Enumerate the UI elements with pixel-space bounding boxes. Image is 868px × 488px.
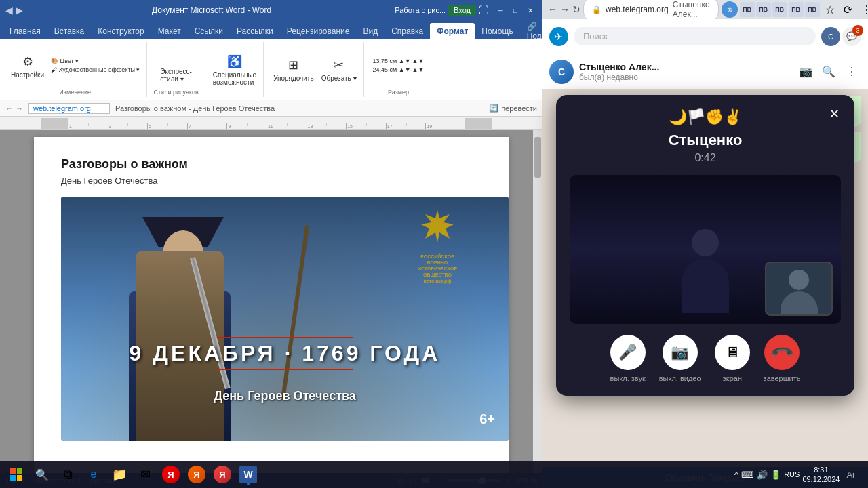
browser-back-btn[interactable]: ← xyxy=(548,1,557,18)
pb-btn-5[interactable]: ПВ xyxy=(805,2,820,17)
width-spin[interactable]: ▲▼ xyxy=(412,66,425,73)
tray-battery-icon[interactable]: 🔋 xyxy=(770,470,781,480)
spec-button[interactable]: ♿ Специальныевозможности xyxy=(210,51,259,87)
restore-button[interactable]: □ xyxy=(509,5,522,16)
color-btns: 🎨 Цвет ▾ 🖌 Художественные эффекты ▾ xyxy=(49,57,142,74)
express-styles-button[interactable]: Экспресс-стили ▾ xyxy=(157,47,195,84)
tab-konstruktor[interactable]: Конструктор xyxy=(91,23,151,39)
express-styles-label: Экспресс-стили ▾ xyxy=(160,68,192,83)
pb-btn-1[interactable]: ПВ xyxy=(740,2,755,17)
height-spin[interactable]: ▲▼ xyxy=(412,58,425,64)
call-person-head xyxy=(692,229,719,256)
vhod-button[interactable]: Вход xyxy=(448,5,476,16)
effects-button[interactable]: 🖌 Художественные эффекты ▾ xyxy=(49,66,142,74)
end-call-button[interactable]: 📞 xyxy=(757,327,807,378)
tab-pomosh[interactable]: Помощь xyxy=(475,23,519,39)
browser-reload-btn[interactable]: ↻ xyxy=(572,1,580,18)
tray-lang[interactable]: RUS xyxy=(784,470,800,479)
screen-control[interactable]: 🖥 экран xyxy=(715,335,750,382)
video-button[interactable]: 📷 xyxy=(663,335,698,370)
browser-titlebar: ← → ↻ 🔒 web.telegram.org Стыценко Алек..… xyxy=(542,0,868,19)
tb-app-mail[interactable]: ✉ xyxy=(133,462,157,487)
windows-logo-icon xyxy=(10,468,22,481)
taskbar-search-button[interactable]: 🔍 xyxy=(30,462,54,487)
url-input[interactable]: web.telegram.org xyxy=(28,103,110,114)
tg-search-input[interactable]: Поиск xyxy=(574,27,816,45)
tab-format[interactable]: Формат xyxy=(430,23,475,39)
uporyadochit-button[interactable]: ⊞ Упорядочить xyxy=(271,54,317,83)
start-button[interactable] xyxy=(4,462,28,487)
pb-btn-4[interactable]: ПВ xyxy=(789,2,804,17)
ribbon-group-razmer: 13,75 см ▲▼ ▲▼ 24,45 см ▲▼ ▲▼ Размер xyxy=(367,42,431,97)
video-label: выкл. видео xyxy=(659,374,701,382)
pip-video xyxy=(765,262,833,316)
emblem-text: РОССИЙСКОЕВОЕННОИСТОРИЧЕСКОЕОБЩЕСТВОисто… xyxy=(407,253,468,284)
mute-button[interactable]: 🎤 xyxy=(610,335,646,370)
screen-button[interactable]: 🖥 xyxy=(715,335,750,370)
nastroyki-button[interactable]: ⚙ Настройки xyxy=(8,51,47,80)
doc-scrollbar[interactable] xyxy=(533,130,542,473)
obrezat-button[interactable]: ✂ Обрезать ▾ xyxy=(319,54,359,83)
height-input[interactable]: 13,75 см ▲▼ ▲▼ xyxy=(371,57,427,65)
tab-glavnaya[interactable]: Главная xyxy=(3,23,47,39)
ribbon-small-btns: ⚙ Настройки xyxy=(8,51,47,80)
tab-vstavka[interactable]: Вставка xyxy=(47,23,92,39)
chat-actions: 📷 🔍 ⋮ xyxy=(796,62,861,81)
close-button[interactable]: ✕ xyxy=(524,5,537,16)
browser-forward-btn[interactable]: → xyxy=(560,1,570,18)
tb-app-yandex2[interactable]: Я xyxy=(184,462,209,487)
call-close-button[interactable]: ✕ xyxy=(825,104,844,123)
color-button[interactable]: 🎨 Цвет ▾ xyxy=(49,57,142,65)
doc-scrollbar-thumb[interactable] xyxy=(534,137,541,178)
more-chat-btn[interactable]: ⋮ xyxy=(842,62,861,81)
tb-app-fileexplorer[interactable]: 📁 xyxy=(107,462,132,487)
tray-up-arrow[interactable]: ^ xyxy=(734,470,738,480)
nav-forward[interactable]: ▶ xyxy=(16,5,23,16)
pb-btn-3[interactable]: ПВ xyxy=(772,2,787,17)
tray-keyboard-icon[interactable]: ⌨ xyxy=(741,470,754,480)
ai-label[interactable]: Ai xyxy=(842,470,859,480)
system-clock[interactable]: 8:31 09.12.2024 xyxy=(802,465,840,485)
ribbon-group-spec: ♿ Специальныевозможности xyxy=(206,42,264,97)
mute-control[interactable]: 🎤 выкл. звук xyxy=(610,335,646,382)
addr-back[interactable]: ← xyxy=(5,104,13,113)
pb-btn-2[interactable]: ПВ xyxy=(756,2,771,17)
end-call-control[interactable]: 📞 завершить xyxy=(764,335,801,382)
ribbon-group-izmeneniye: ⚙ Настройки 🎨 Цвет ▾ 🖌 Художественные эф… xyxy=(4,42,147,97)
call-duration: 0:42 xyxy=(570,152,841,164)
tb-app-word[interactable]: W xyxy=(236,462,260,487)
tg-header: ✈ Поиск С 💬 3 xyxy=(542,19,868,54)
tab-rassylki[interactable]: Рассылки xyxy=(230,23,280,39)
nav-back[interactable]: ◀ xyxy=(5,5,13,16)
word-icon: W xyxy=(239,466,257,483)
document-image: РОССИЙСКОЕВОЕННОИСТОРИЧЕСКОЕОБЩЕСТВОисто… xyxy=(61,197,509,441)
work-action-text: Работа с рис... xyxy=(395,6,446,14)
tg-user-avatar[interactable]: С xyxy=(821,27,840,46)
expand-icon[interactable]: ⛶ xyxy=(479,5,488,16)
video-control[interactable]: 📷 выкл. видео xyxy=(659,335,701,382)
addr-forward[interactable]: → xyxy=(16,104,23,113)
ribbon-group-order: ⊞ Упорядочить ✂ Обрезать ▾ xyxy=(267,42,363,97)
tab-vid[interactable]: Вид xyxy=(356,23,384,39)
minimize-button[interactable]: ─ xyxy=(494,5,507,16)
video-call-btn[interactable]: 📷 xyxy=(796,62,815,81)
more-menu-icon[interactable]: ⋮ xyxy=(859,1,868,18)
tb-app-edge[interactable]: e xyxy=(81,462,106,487)
tb-app-yandex1[interactable]: Я xyxy=(159,462,183,487)
tab-ssylki[interactable]: Ссылки xyxy=(188,23,230,39)
profile-sync-icon[interactable]: ⟳ xyxy=(840,1,856,18)
tb-app-taskview[interactable]: ⧉ xyxy=(56,462,80,487)
profile-buttons: ПВ ПВ ПВ ПВ ПВ xyxy=(740,2,820,17)
tg-bookmark-icon[interactable]: ⊗ xyxy=(722,1,738,18)
tray-speaker-icon[interactable]: 🔊 xyxy=(757,470,768,480)
bookmark-icon[interactable]: ☆ xyxy=(822,1,838,18)
word-addressbar: ← → web.telegram.org Разговоры о важном … xyxy=(0,100,542,117)
translate-button[interactable]: 🔄 перевести xyxy=(489,104,537,113)
tab-maket[interactable]: Макет xyxy=(151,23,188,39)
tab-spravka[interactable]: Справка xyxy=(384,23,430,39)
search-chat-btn[interactable]: 🔍 xyxy=(819,62,838,81)
tab-retsenzirovanie[interactable]: Рецензирование xyxy=(280,23,357,39)
tb-app-yandex3[interactable]: Я xyxy=(210,462,235,487)
width-input[interactable]: 24,45 см ▲▼ ▲▼ xyxy=(371,66,427,74)
tray-icons: ^ ⌨ 🔊 🔋 xyxy=(734,470,781,480)
